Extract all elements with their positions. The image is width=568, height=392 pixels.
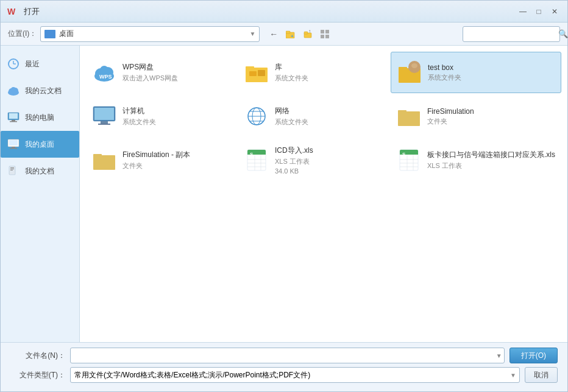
view-button[interactable]: [317, 26, 333, 42]
file-name: 网络: [275, 106, 382, 116]
close-button[interactable]: ✕: [548, 5, 561, 18]
filename-input[interactable]: [70, 348, 505, 363]
svg-text:WPS: WPS: [99, 74, 112, 80]
file-name: test box: [428, 63, 555, 72]
file-item-computer[interactable]: 计算机 系统文件夹: [86, 96, 236, 137]
svg-rect-21: [10, 121, 17, 122]
cancel-button[interactable]: 取消: [525, 367, 558, 383]
recent-icon: [7, 57, 20, 71]
svg-rect-36: [246, 66, 254, 70]
file-name: 板卡接口与信号端连箱接口对应关系.xls: [427, 150, 555, 160]
file-item-board-xls[interactable]: S 板卡接口与信号端连箱接口对应关系.xls XLS 工作表: [391, 139, 561, 181]
new-folder-button[interactable]: +: [283, 26, 299, 42]
svg-rect-19: [9, 113, 18, 119]
file-info-network: 网络 系统文件夹: [275, 106, 382, 127]
svg-text:↑: ↑: [308, 30, 311, 34]
file-item-firesimulation[interactable]: FireSimulation 文件夹: [391, 96, 561, 137]
search-input[interactable]: [467, 30, 558, 38]
desktop-sidebar-icon: [7, 138, 20, 151]
firesimulation-copy-icon: [92, 148, 116, 172]
sidebar-label-desktop: 我的桌面: [25, 139, 54, 150]
documents-icon: [7, 164, 20, 178]
sidebar-label-computer: 我的电脑: [25, 113, 54, 123]
svg-rect-27: [10, 167, 14, 168]
file-item-firesimulation-copy[interactable]: FireSimulation - 副本 文件夹: [86, 139, 236, 181]
svg-rect-9: [321, 35, 324, 38]
filetype-select[interactable]: 常用文件(文字/Word格式;表格/Excel格式;演示/PowerPoint格…: [70, 367, 520, 383]
file-item-testbox[interactable]: test box 系统文件夹: [391, 52, 561, 93]
sidebar: 最近 我的云文档: [1, 46, 80, 342]
svg-rect-2: [286, 31, 290, 33]
sidebar-label-recent: 最近: [25, 59, 40, 69]
file-name: WPS网盘: [122, 62, 230, 72]
svg-point-33: [100, 66, 108, 74]
svg-rect-8: [325, 30, 329, 33]
file-name: ICD导入.xls: [275, 145, 382, 156]
bottom-bar: 文件名(N)： ▼ 打开(O) 文件类型(T)： 常用文件(文字/Word格式;…: [1, 342, 567, 391]
sidebar-label-cloud: 我的云文档: [25, 86, 62, 96]
file-item-network[interactable]: 网络 系统文件夹: [238, 96, 388, 137]
minimize-button[interactable]: —: [516, 5, 530, 18]
file-type: XLS 工作表: [275, 157, 382, 166]
back-button[interactable]: ←: [266, 26, 282, 42]
svg-rect-55: [93, 154, 102, 158]
address-bar: 位置(I)： 桌面 ▼ ← + ↑: [1, 23, 567, 46]
file-type: 文件夹: [427, 117, 555, 126]
svg-text:+: +: [291, 33, 294, 38]
testbox-icon: [397, 60, 422, 85]
file-item-library[interactable]: 库 系统文件夹: [238, 52, 388, 93]
up-button[interactable]: ↑: [300, 26, 316, 42]
svg-rect-20: [12, 120, 15, 121]
sidebar-item-desktop[interactable]: 我的桌面: [1, 131, 79, 158]
dialog-title: 打开: [24, 6, 516, 17]
library-icon: [244, 60, 269, 85]
file-item-icd-xls[interactable]: S ICD导入.xls XLS 工作表 34.0 KB: [238, 139, 388, 181]
file-type: XLS 工作表: [427, 161, 555, 170]
file-type: 系统文件夹: [428, 73, 555, 82]
file-type: 系统文件夹: [275, 117, 382, 127]
svg-text:S: S: [250, 152, 254, 157]
svg-rect-25: [10, 148, 17, 149]
svg-text:S: S: [402, 152, 406, 157]
sidebar-item-recent[interactable]: 最近: [1, 51, 79, 77]
sidebar-item-computer[interactable]: 我的电脑: [1, 104, 79, 131]
main-content: 最近 我的云文档: [1, 46, 567, 342]
wps-cloud-icon: WPS: [92, 60, 116, 85]
file-info-testbox: test box 系统文件夹: [428, 63, 555, 82]
maximize-button[interactable]: □: [532, 5, 545, 18]
filetype-label: 文件类型(T)：: [10, 370, 65, 380]
file-name: 库: [275, 62, 382, 72]
computer-icon: [7, 111, 20, 124]
sidebar-item-documents[interactable]: 我的文档: [1, 158, 79, 184]
sidebar-item-cloud[interactable]: 我的云文档: [1, 77, 79, 104]
computer-file-icon: [92, 104, 116, 128]
file-name: FireSimulation - 副本: [122, 150, 230, 160]
network-icon: [244, 104, 269, 128]
file-item-wps-cloud[interactable]: WPS WPS网盘 双击进入WPS网盘: [86, 52, 236, 93]
address-toolbar: ← + ↑: [266, 26, 333, 42]
file-size: 34.0 KB: [275, 167, 382, 175]
filetype-row: 文件类型(T)： 常用文件(文字/Word格式;表格/Excel格式;演示/Po…: [10, 367, 558, 383]
filetype-select-wrapper: 常用文件(文字/Word格式;表格/Excel格式;演示/PowerPoint格…: [70, 367, 520, 383]
address-dropdown[interactable]: 桌面 ▼: [40, 26, 260, 42]
file-type: 系统文件夹: [275, 74, 382, 83]
open-button[interactable]: 打开(O): [509, 348, 558, 363]
svg-rect-5: [304, 32, 308, 34]
svg-rect-46: [98, 124, 110, 125]
svg-rect-24: [12, 147, 15, 148]
icd-xls-icon: S: [244, 148, 269, 172]
file-info-icd-xls: ICD导入.xls XLS 工作表 34.0 KB: [275, 145, 382, 175]
title-bar: W 打开 — □ ✕: [1, 1, 567, 23]
filename-label: 文件名(N)：: [10, 351, 65, 361]
file-type: 文件夹: [122, 161, 230, 170]
svg-rect-37: [249, 71, 257, 76]
file-info-computer: 计算机 系统文件夹: [122, 106, 230, 127]
cloud-icon: [7, 84, 20, 97]
svg-point-17: [11, 87, 16, 92]
search-box[interactable]: 🔍: [463, 26, 560, 42]
svg-rect-38: [258, 70, 265, 76]
svg-text:W: W: [7, 7, 16, 16]
svg-rect-45: [101, 121, 108, 124]
sidebar-label-documents: 我的文档: [25, 166, 54, 177]
svg-rect-23: [9, 140, 18, 145]
